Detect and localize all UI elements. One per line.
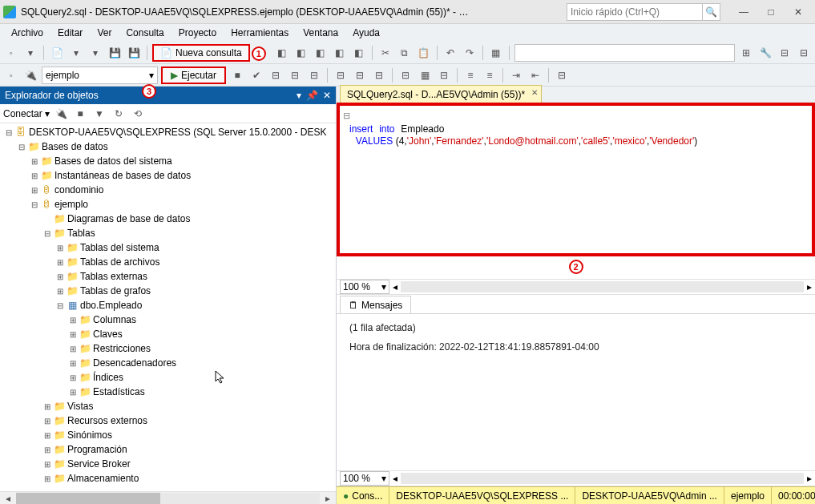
tree-row[interactable]: ⊞📁Tablas externas (0, 269, 336, 284)
pin-icon[interactable]: 📌 (306, 90, 318, 101)
tree-row[interactable]: ⊞📁Bases de datos del sistema (0, 154, 336, 168)
scroll-right-icon[interactable]: ▸ (807, 473, 812, 484)
uncomment-icon[interactable]: ≡ (482, 67, 498, 83)
tree-row[interactable]: ⊞📁Columnas (0, 312, 336, 327)
tree-row[interactable]: ⊞📁Índices (0, 370, 336, 385)
tree-row[interactable]: ⊞📁Vistas (0, 399, 336, 413)
scroll-right-icon[interactable]: ▸ (320, 490, 336, 505)
solution-combo[interactable] (514, 44, 735, 62)
tree-row[interactable]: ⊞📁Tablas del sistema (0, 240, 336, 255)
copy-icon[interactable]: ⧉ (397, 45, 413, 61)
zoom-selector[interactable]: 100 %▾ (340, 471, 389, 486)
scrollbar-track[interactable] (401, 473, 804, 484)
results-grid-icon[interactable]: ▦ (417, 67, 433, 83)
intellisense-icon[interactable]: ⊟ (306, 67, 322, 83)
specify-values-icon[interactable]: ⊟ (554, 67, 570, 83)
undo-icon[interactable]: ↶ (442, 45, 458, 61)
save-icon[interactable]: 💾 (107, 45, 123, 61)
tree-row[interactable]: ⊞🛢condominio (0, 183, 336, 197)
scroll-left-icon[interactable]: ◂ (393, 281, 397, 292)
tree-row[interactable]: ⊞📁Almacenamiento (0, 471, 336, 486)
cut-icon[interactable]: ✂ (377, 45, 393, 61)
close-panel-icon[interactable]: ✕ (323, 90, 331, 101)
tree-row[interactable]: ⊞📁Service Broker (0, 457, 336, 471)
object-explorer-tree[interactable]: ⊟🗄DESKTOP-UAAE5VQ\SQLEXPRESS (SQL Server… (0, 123, 336, 491)
tree-row[interactable]: ⊟📁Tablas (0, 226, 336, 240)
menu-ventana[interactable]: Ventana (297, 26, 345, 40)
messages-panel[interactable]: (1 fila afectada) Hora de finalización: … (337, 314, 815, 466)
tree-row[interactable]: ⊟🗄DESKTOP-UAAE5VQ\SQLEXPRESS (SQL Server… (0, 125, 336, 139)
database-selector[interactable]: ejemplo ▾ (42, 67, 158, 84)
minimize-button[interactable]: — (730, 3, 757, 21)
menu-proyecto[interactable]: Proyecto (172, 26, 223, 40)
tree-row[interactable]: ⊞📁Desencadenadores (0, 356, 336, 370)
comment-icon[interactable]: ▦ (488, 45, 504, 61)
menu-archivo[interactable]: Archivo (5, 26, 50, 40)
connect-button[interactable]: Conectar ▾ (3, 108, 50, 119)
save-all-icon[interactable]: 💾 (126, 45, 142, 61)
menu-consulta[interactable]: Consulta (119, 26, 170, 40)
messages-tab[interactable]: 🗒 Mensajes (340, 296, 411, 313)
code-editor[interactable]: ⊟insert into Empleado VALUES (4,'John','… (337, 106, 815, 256)
open-icon[interactable]: ▾ (68, 45, 84, 61)
new-query-button[interactable]: 📄 Nueva consulta 1 (152, 44, 250, 62)
menu-ayuda[interactable]: Ayuda (346, 26, 386, 40)
use-db-icon[interactable]: ◦ (3, 67, 19, 83)
add-icon[interactable]: ▾ (87, 45, 103, 61)
tree-row[interactable]: ⊞📁Estadísticas (0, 385, 336, 399)
tree-row[interactable]: ⊞📁Sinónimos (0, 428, 336, 442)
tree-row[interactable]: ⊞📁Claves (0, 327, 336, 341)
tree-row[interactable]: 📁Diagramas de base de datos (0, 212, 336, 226)
tree-row[interactable]: ⊞📁Recursos externos (0, 413, 336, 428)
menu-herramientas[interactable]: Herramientas (224, 26, 295, 40)
new-project-icon[interactable]: 📄 (49, 45, 65, 61)
results-file-icon[interactable]: ⊟ (436, 67, 452, 83)
quick-launch-search-icon[interactable]: 🔍 (703, 3, 720, 21)
scroll-left-icon[interactable]: ◂ (0, 490, 16, 505)
editor-tab[interactable]: SQLQuery2.sql - D...AE5VQ\Admin (55))* ✕ (340, 85, 542, 103)
change-conn-icon[interactable]: 🔌 (22, 67, 38, 83)
scroll-left-icon[interactable]: ◂ (393, 473, 397, 484)
tree-row[interactable]: ⊟📁Bases de datos (0, 139, 336, 154)
include-plan-icon[interactable]: ⊟ (333, 67, 349, 83)
tree-row[interactable]: ⊞📁Restricciones (0, 341, 336, 356)
quick-launch-input[interactable] (567, 3, 703, 21)
stop-icon[interactable]: ■ (72, 106, 88, 122)
scroll-right-icon[interactable]: ▸ (807, 281, 812, 292)
close-button[interactable]: ✕ (785, 3, 812, 21)
query-options-icon[interactable]: ⊟ (287, 67, 303, 83)
filter-icon[interactable]: ▼ (91, 106, 107, 122)
zoom-selector[interactable]: 100 %▾ (340, 280, 389, 294)
menu-editar[interactable]: Editar (51, 26, 89, 40)
outdent-icon[interactable]: ⇤ (527, 67, 543, 83)
back-icon[interactable]: ◦ (3, 45, 19, 61)
tree-row[interactable]: ⊟▦dbo.Empleado (0, 298, 336, 312)
xmla-icon[interactable]: ◧ (332, 45, 348, 61)
dropdown-icon[interactable]: ▾ (297, 90, 301, 101)
maximize-button[interactable]: □ (757, 3, 785, 21)
sync-icon[interactable]: ⟲ (130, 106, 146, 122)
xml-icon[interactable]: ◧ (274, 45, 290, 61)
horizontal-scrollbar[interactable]: ◂ ▸ (0, 491, 336, 504)
tree-row[interactable]: ⊞📁Instantáneas de bases de datos (0, 168, 336, 183)
scrollbar-track[interactable] (401, 281, 804, 292)
close-tab-icon[interactable]: ✕ (531, 88, 538, 97)
mdx-icon[interactable]: ◧ (293, 45, 309, 61)
tree-row[interactable]: ⊞📁Tablas de archivos (0, 255, 336, 269)
dmx-icon[interactable]: ◧ (313, 45, 329, 61)
indent-icon[interactable]: ⇥ (508, 67, 524, 83)
props-icon[interactable]: ⊞ (738, 45, 754, 61)
execute-button[interactable]: ▶ Ejecutar 3 (161, 67, 226, 84)
parse-icon[interactable]: ✔ (248, 67, 264, 83)
forward-icon[interactable]: ▾ (22, 45, 38, 61)
estimated-plan-icon[interactable]: ⊟ (268, 67, 284, 83)
tree-row[interactable]: ⊞📁Tablas de grafos (0, 284, 336, 298)
comment-out-icon[interactable]: ≡ (462, 67, 478, 83)
wrench-icon[interactable]: 🔧 (757, 45, 773, 61)
dax-icon[interactable]: ◧ (351, 45, 367, 61)
include-client-icon[interactable]: ⊟ (371, 67, 387, 83)
results-text-icon[interactable]: ⊟ (397, 67, 414, 83)
tree-row[interactable]: ⊟🛢ejemplo (0, 197, 336, 212)
scrollbar-thumb[interactable] (16, 493, 160, 504)
redo-icon[interactable]: ↷ (462, 45, 478, 61)
